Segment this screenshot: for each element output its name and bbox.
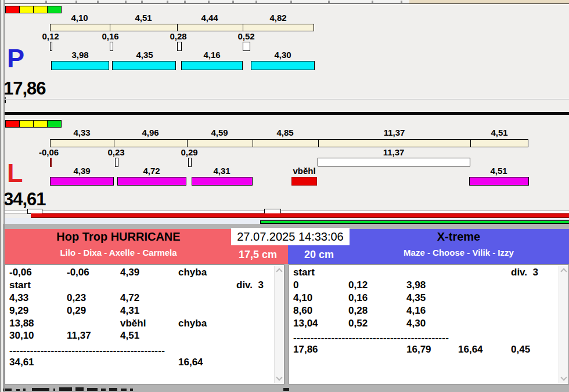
team-name-left: Hop Trop HURRICANE: [5, 230, 232, 244]
window-border-left-inner2: [4, 0, 5, 392]
traffic-light-red: [5, 120, 20, 128]
jump-height-left: 17,5 cm: [230, 249, 286, 261]
split-bar-segment: [470, 139, 528, 147]
split-time-label: 4,51: [473, 128, 525, 137]
traffic-light-yellow2: [33, 6, 48, 13]
progress-bar-red: [31, 213, 569, 218]
split-bar-segment: [318, 139, 471, 147]
divider-line-light: [5, 99, 569, 100]
exchange-time-label: -0,06: [23, 148, 75, 157]
lane-divider-bar: [5, 112, 569, 115]
table-row: 8,600,284,16: [293, 305, 511, 317]
table-row: startdiv. 3: [293, 267, 538, 278]
table-row: 13,040,524,30: [293, 318, 511, 329]
traffic-lights-l: [5, 120, 61, 128]
table-row: 4,330,234,72: [9, 292, 236, 304]
exchange-time-label: 0,16: [84, 32, 136, 41]
results-area: Hop Trop HURRICANE Lilo - Dixa - Axelle …: [0, 224, 569, 392]
split-bar-segment: [187, 139, 253, 147]
scrollbar-left-table[interactable]: [274, 266, 283, 383]
results-table-left[interactable]: -0,06-0,064,39chyba startdiv. 3 4,330,23…: [5, 264, 284, 384]
dog-time-bar: [251, 61, 315, 70]
split-time-label: 4,51: [117, 13, 170, 23]
dog-time-bar: [181, 61, 243, 70]
dog-time-label: 4,31: [196, 166, 248, 176]
dog-time-bar: [117, 177, 186, 186]
exchange-tick: [188, 158, 192, 167]
dog-time-bar: [192, 177, 253, 186]
split-time-label: 4,96: [124, 128, 177, 137]
jump-height-right: 20 cm: [289, 249, 350, 261]
dog-time-label: 4,51: [473, 166, 525, 176]
scroll-up-icon[interactable]: [276, 268, 282, 274]
table-total-row: 17,8616,7916,640,45: [293, 344, 530, 355]
results-table-right[interactable]: startdiv. 3 00,123,98 4,100,164,35 8,600…: [289, 264, 569, 384]
table-row: 30,1011,374,51: [9, 330, 236, 342]
top-hairline: [5, 3, 569, 4]
split-time-label: 4,44: [183, 13, 236, 23]
table-separator: ----------------------------------------…: [9, 345, 165, 357]
traffic-light-yellow1: [19, 6, 34, 13]
lane-letter-p: P: [7, 46, 24, 71]
table-total-row: 34,6116,64: [9, 357, 236, 368]
fault-label: vběhl: [278, 166, 330, 176]
table-row: 13,88vběhlchyba: [9, 318, 236, 329]
scroll-up-icon[interactable]: [560, 268, 567, 274]
exchange-tick: [115, 158, 118, 167]
scrollbar-right-table[interactable]: [559, 266, 568, 383]
dog-time-bar: [469, 177, 529, 186]
traffic-light-green: [47, 120, 62, 128]
gap-bar: [318, 158, 470, 166]
split-time-label: 11,37: [368, 128, 420, 137]
split-bar-segment: [253, 139, 319, 147]
team-name-right: X-treme: [348, 230, 569, 244]
exchange-tick: [110, 42, 113, 51]
exchange-time-label: 0,52: [220, 32, 272, 41]
team-dogs-left: Lilo - Dixa - Axelle - Carmela: [5, 248, 232, 257]
flyball-timing-window: 4,10 4,51 4,44 4,82 0,12 0,16 0,28 0,52 …: [0, 0, 569, 392]
lane-total-l: 34,61: [3, 190, 46, 209]
split-time-label: 4,82: [252, 13, 304, 23]
table-row: 9,290,294,31: [9, 305, 236, 317]
traffic-light-yellow1: [19, 120, 34, 128]
exchange-time-label: 0,29: [163, 148, 215, 157]
exchange-time-label: 0,23: [90, 148, 142, 157]
exchange-time-label: 0,12: [24, 32, 77, 41]
window-border-left-inner: [3, 0, 3, 392]
lane-letter-l: L: [7, 161, 23, 186]
split-bar-segment: [110, 24, 178, 31]
split-bar-segment: [177, 24, 243, 31]
dog-time-bar: [51, 61, 109, 70]
table-separator: ----------------------------------------…: [293, 332, 449, 344]
clock-display: 27.07.2025 14:33:06: [231, 228, 350, 245]
traffic-light-green: [47, 6, 62, 13]
exchange-tick: [177, 42, 182, 51]
table-row: 00,123,98: [293, 280, 511, 291]
traffic-lights-p: [5, 6, 61, 13]
scroll-down-icon[interactable]: [276, 374, 282, 380]
dog-time-label: 4,16: [186, 50, 238, 60]
split-time-label: 4,59: [193, 128, 246, 137]
exchange-tick: [50, 42, 52, 51]
dog-time-label: 4,72: [125, 166, 178, 176]
dog-time-label: 3,98: [54, 50, 106, 60]
split-time-label: 4,33: [56, 128, 108, 137]
split-bar-segment: [50, 24, 110, 31]
split-bar-segment: [243, 24, 314, 31]
dog-time-bar: [50, 177, 114, 186]
table-row: -0,06-0,064,39chyba: [9, 267, 236, 278]
table-row: startdiv. 3: [9, 280, 264, 291]
traffic-light-yellow2: [33, 120, 48, 128]
traffic-light-red: [5, 6, 20, 13]
dog-time-bar: [112, 61, 176, 70]
fault-bar: [291, 177, 317, 186]
dog-time-label: 4,35: [118, 50, 171, 60]
exchange-tick-negative: [50, 158, 52, 167]
exchange-time-label: 0,28: [152, 32, 204, 41]
split-time-label: 4,85: [259, 128, 311, 137]
scroll-down-icon[interactable]: [560, 374, 567, 380]
split-bar-segment: [50, 139, 114, 147]
split-bar-segment: [114, 139, 188, 147]
dog-time-label: 4,39: [56, 166, 108, 176]
gap-time-label: 11,37: [368, 148, 420, 157]
